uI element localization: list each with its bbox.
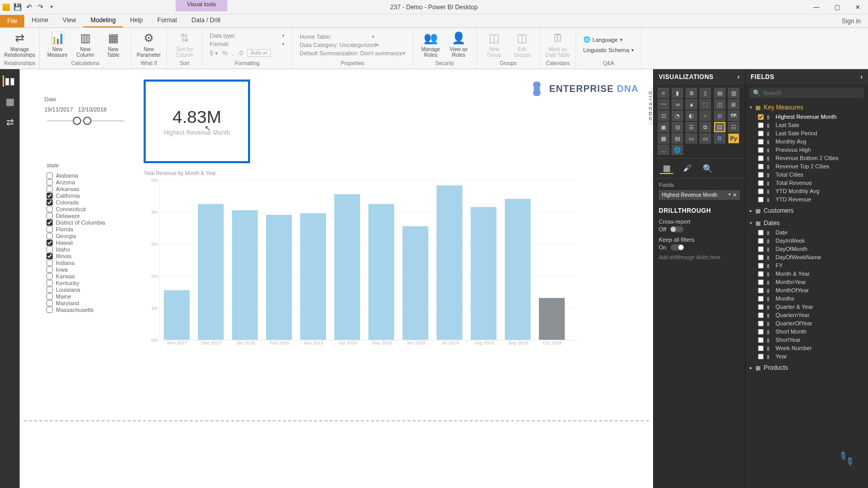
field-checkbox[interactable]	[758, 238, 764, 244]
field-row[interactable]: ▮MonthnYear	[749, 278, 865, 286]
currency-icon[interactable]: $ ▾	[210, 50, 218, 57]
state-checkbox[interactable]	[47, 206, 53, 212]
viz-type-icon[interactable]: ○	[700, 111, 711, 121]
mark-datetable-button[interactable]: 🗓Mark asDate Table	[545, 29, 571, 58]
datacategory-value[interactable]: Uncategorized	[339, 42, 376, 48]
field-row[interactable]: ▮Last Sale	[749, 121, 865, 129]
viz-type-icon[interactable]: ▣	[658, 122, 669, 132]
state-checkbox[interactable]	[47, 233, 53, 239]
fields-tab-icon[interactable]: ▦	[660, 163, 673, 174]
state-item[interactable]: District of Columbia	[47, 219, 129, 226]
field-row[interactable]: ▮Month & Year	[749, 270, 865, 278]
field-checkbox[interactable]	[758, 230, 764, 235]
state-checkbox[interactable]	[47, 287, 53, 293]
state-checkbox[interactable]	[47, 199, 53, 206]
state-item[interactable]: Hawaii	[47, 240, 129, 246]
field-checkbox[interactable]	[758, 255, 764, 260]
analytics-tab-icon[interactable]: 🔍	[701, 163, 715, 174]
report-view-icon[interactable]: ▮▮	[4, 75, 16, 87]
viz-type-icon[interactable]: ▦	[658, 133, 669, 144]
viz-type-icon[interactable]: ▲	[686, 99, 697, 109]
viz-type-icon[interactable]: ⊡	[714, 122, 725, 132]
percent-icon[interactable]: %	[222, 50, 228, 57]
state-checkbox[interactable]	[47, 240, 53, 246]
state-item[interactable]: Florida	[47, 226, 129, 232]
chart-bar[interactable]	[232, 210, 258, 340]
field-checkbox[interactable]	[758, 139, 764, 145]
field-row[interactable]: ▮Revenue Top 2 Cities	[749, 162, 865, 170]
table-header[interactable]: ▸▦Customers	[749, 206, 865, 216]
chart-bar[interactable]	[334, 194, 360, 340]
cross-report-toggle[interactable]	[670, 226, 684, 232]
state-item[interactable]: Maryland	[47, 300, 129, 306]
viz-type-icon[interactable]: ≣	[686, 88, 697, 98]
state-checkbox[interactable]	[47, 300, 53, 306]
remove-field-icon[interactable]: ✕	[733, 192, 737, 198]
chart-bar[interactable]	[471, 207, 497, 340]
state-item[interactable]: Maine	[47, 293, 129, 300]
field-checkbox[interactable]	[758, 246, 764, 252]
state-checkbox[interactable]	[47, 266, 53, 273]
state-item[interactable]: Arizona	[47, 179, 129, 185]
drillthrough-placeholder[interactable]: Add drillthrough fields here	[659, 255, 740, 260]
field-row[interactable]: ▮DayOfMonth	[749, 245, 865, 253]
file-tab[interactable]: File	[0, 15, 24, 27]
state-checkbox[interactable]	[47, 219, 53, 226]
new-measure-button[interactable]: 📊NewMeasure	[44, 29, 71, 58]
data-view-icon[interactable]: ▦	[4, 96, 16, 107]
manage-relationships-button[interactable]: ⇄ManageRelationships	[6, 29, 33, 58]
close-button[interactable]: ✕	[847, 0, 868, 14]
field-row[interactable]: ▮QuarterOfYear	[749, 319, 865, 327]
field-row[interactable]: ▮Last Sale Period	[749, 129, 865, 137]
edit-groups-button[interactable]: ◫EditGroups	[509, 29, 536, 58]
chevron-right-icon[interactable]: ›	[861, 73, 863, 81]
chart-bar[interactable]	[164, 290, 190, 340]
viz-type-icon[interactable]: ◔	[672, 111, 683, 121]
chart-bar[interactable]	[368, 204, 394, 340]
menu-tab-view[interactable]: View	[55, 14, 83, 27]
field-checkbox[interactable]	[758, 296, 764, 302]
new-column-button[interactable]: ▥NewColumn	[72, 29, 99, 58]
state-item[interactable]: Louisiana	[47, 287, 129, 293]
viz-type-icon[interactable]: ▤	[714, 88, 725, 98]
field-row[interactable]: ▮Total Revenue	[749, 179, 865, 187]
field-checkbox[interactable]	[758, 131, 764, 136]
chart-bar[interactable]	[505, 199, 531, 340]
auto-decimals-box[interactable]: Auto▴▾	[247, 49, 271, 57]
menu-tab-datadrill[interactable]: Data / Drill	[184, 14, 228, 27]
viz-type-icon[interactable]: R	[714, 133, 725, 144]
state-item[interactable]: Illinois	[47, 253, 129, 259]
field-checkbox[interactable]	[758, 279, 764, 285]
field-checkbox[interactable]	[758, 147, 764, 153]
field-row[interactable]: ▮MonthOfYear	[749, 286, 865, 294]
field-row[interactable]: ▮Date	[749, 228, 865, 237]
field-checkbox[interactable]	[758, 197, 764, 202]
field-checkbox[interactable]	[758, 329, 764, 335]
sort-by-column-button[interactable]: ⇅Sort byColumn	[171, 29, 198, 58]
viz-type-icon[interactable]: ☰	[686, 122, 697, 132]
field-row[interactable]: ▮Quarter & Year	[749, 303, 865, 311]
state-checkbox[interactable]	[47, 253, 53, 259]
field-checkbox[interactable]	[758, 288, 764, 293]
model-view-icon[interactable]: ⇄	[4, 117, 16, 128]
field-checkbox[interactable]	[758, 164, 764, 169]
viz-type-icon[interactable]: …	[658, 145, 669, 155]
field-row[interactable]: ▮FY	[749, 261, 865, 270]
field-row[interactable]: ▮Revenue Bottom 2 Cities	[749, 154, 865, 162]
card-visual[interactable]: 4.83M Highest Revenue Month	[144, 80, 250, 163]
range-handle-right[interactable]	[83, 117, 91, 125]
table-header[interactable]: ▾▦Key Measures	[749, 102, 865, 113]
state-checkbox[interactable]	[47, 246, 53, 253]
viz-type-icon[interactable]: ▮	[672, 88, 683, 98]
field-checkbox[interactable]	[758, 321, 764, 326]
state-item[interactable]: Arkansas	[47, 186, 129, 192]
viz-type-icon[interactable]: ◎	[714, 111, 725, 121]
minimize-button[interactable]: —	[806, 0, 827, 14]
viz-type-icon[interactable]: ☷	[728, 122, 739, 132]
sign-in-link[interactable]: Sign in	[834, 15, 868, 27]
field-checkbox[interactable]	[758, 188, 764, 194]
viz-type-icon[interactable]: ◐	[686, 111, 697, 121]
state-item[interactable]: Alabama	[47, 172, 129, 179]
field-row[interactable]: ▮Months	[749, 294, 865, 303]
viz-type-icon[interactable]: ⊞	[728, 99, 739, 109]
